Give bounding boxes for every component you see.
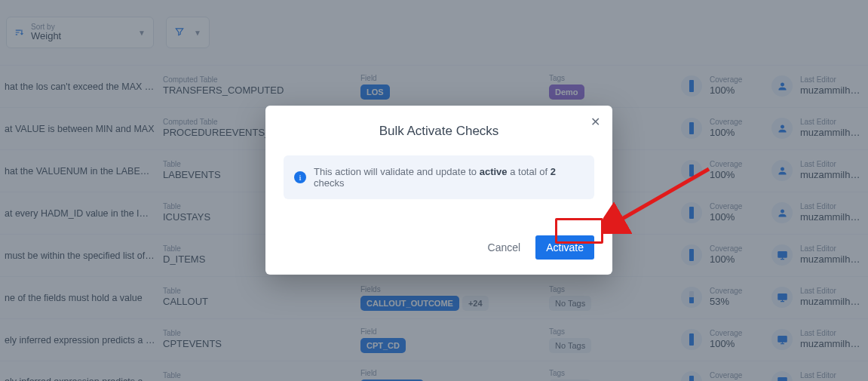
bulk-activate-dialog: ✕ Bulk Activate Checks i This action wil… bbox=[265, 106, 612, 275]
cancel-button[interactable]: Cancel bbox=[485, 235, 524, 260]
activate-button[interactable]: Activate bbox=[535, 235, 594, 260]
close-icon: ✕ bbox=[590, 115, 600, 128]
dialog-title: Bulk Activate Checks bbox=[284, 124, 594, 139]
close-button[interactable]: ✕ bbox=[590, 116, 600, 128]
info-icon: i bbox=[294, 171, 306, 183]
dialog-info-text: This action will validate and update to … bbox=[314, 166, 584, 189]
dialog-info: i This action will validate and update t… bbox=[284, 155, 594, 199]
